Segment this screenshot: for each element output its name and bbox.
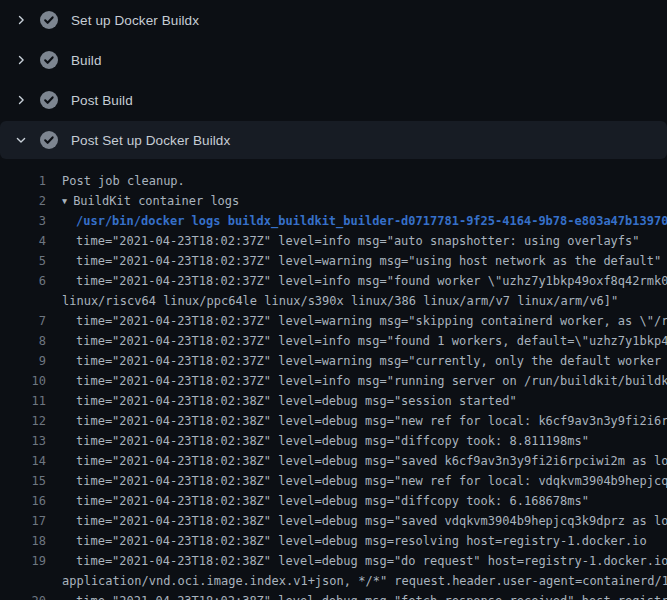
step-section-build[interactable]: Build <box>0 40 667 80</box>
step-section-set-up-docker-buildx[interactable]: Set up Docker Buildx <box>0 0 667 40</box>
log-line: 2▼BuildKit container logs <box>0 191 667 211</box>
check-circle-icon <box>40 91 58 109</box>
line-number[interactable]: 3 <box>0 211 46 231</box>
log-line: 10time="2021-04-23T18:02:37Z" level=info… <box>0 371 667 391</box>
log-line: 1Post job cleanup. <box>0 171 667 191</box>
line-number[interactable]: 16 <box>0 491 46 511</box>
log-line: 20time="2021-04-23T18:02:38Z" level=debu… <box>0 591 667 600</box>
log-line: 14time="2021-04-23T18:02:38Z" level=debu… <box>0 451 667 471</box>
line-number[interactable]: 9 <box>0 351 46 371</box>
line-number[interactable]: 4 <box>0 231 46 251</box>
log-line: 4time="2021-04-23T18:02:37Z" level=info … <box>0 231 667 251</box>
actions-log-panel: Set up Docker BuildxBuildPost BuildPost … <box>0 0 667 600</box>
chevron-right-icon <box>12 52 30 68</box>
check-circle-icon <box>40 131 58 149</box>
log-line: 5time="2021-04-23T18:02:37Z" level=warni… <box>0 251 667 271</box>
log-text: time="2021-04-23T18:02:37Z" level=warnin… <box>76 351 667 371</box>
log-text: time="2021-04-23T18:02:37Z" level=warnin… <box>76 311 667 331</box>
step-section-post-set-up-docker-buildx[interactable]: Post Set up Docker Buildx <box>0 121 667 159</box>
step-label: Set up Docker Buildx <box>71 13 199 28</box>
line-number[interactable]: 13 <box>0 431 46 451</box>
check-circle-icon <box>40 11 58 29</box>
log-group-toggle[interactable]: ▼BuildKit container logs <box>62 191 239 211</box>
log-line: 19time="2021-04-23T18:02:38Z" level=debu… <box>0 551 667 571</box>
line-number[interactable]: 19 <box>0 551 46 571</box>
log-line: 12time="2021-04-23T18:02:38Z" level=debu… <box>0 411 667 431</box>
log-viewer: 1Post job cleanup.2▼BuildKit container l… <box>0 160 667 600</box>
line-number[interactable]: 15 <box>0 471 46 491</box>
log-line: 17time="2021-04-23T18:02:38Z" level=debu… <box>0 511 667 531</box>
line-number[interactable]: 12 <box>0 411 46 431</box>
chevron-right-icon <box>12 92 30 108</box>
log-text: time="2021-04-23T18:02:38Z" level=debug … <box>76 511 667 531</box>
line-number[interactable]: 2 <box>0 191 46 211</box>
log-text: time="2021-04-23T18:02:38Z" level=debug … <box>76 551 667 571</box>
log-line: 11time="2021-04-23T18:02:38Z" level=debu… <box>0 391 667 411</box>
steps-list: Set up Docker BuildxBuildPost BuildPost … <box>0 0 667 159</box>
line-number[interactable]: 7 <box>0 311 46 331</box>
log-text: time="2021-04-23T18:02:38Z" level=debug … <box>76 451 667 471</box>
log-text: time="2021-04-23T18:02:38Z" level=debug … <box>76 431 589 451</box>
log-group-label: BuildKit container logs <box>73 194 239 208</box>
log-text: application/vnd.oci.image.index.v1+json,… <box>62 571 667 591</box>
group-collapse-triangle-icon: ▼ <box>62 191 67 211</box>
line-number[interactable]: 1 <box>0 171 46 191</box>
line-number[interactable]: 11 <box>0 391 46 411</box>
log-line: 7time="2021-04-23T18:02:37Z" level=warni… <box>0 311 667 331</box>
log-text: Post job cleanup. <box>62 171 185 191</box>
log-text: time="2021-04-23T18:02:37Z" level=info m… <box>76 271 667 291</box>
line-number[interactable]: 10 <box>0 371 46 391</box>
line-number[interactable]: 6 <box>0 271 46 291</box>
log-text: time="2021-04-23T18:02:37Z" level=info m… <box>76 331 667 351</box>
log-text: time="2021-04-23T18:02:38Z" level=debug … <box>76 591 667 600</box>
log-line: 18time="2021-04-23T18:02:38Z" level=debu… <box>0 531 667 551</box>
log-line-continuation: application/vnd.oci.image.index.v1+json,… <box>0 571 667 591</box>
line-number <box>0 571 46 591</box>
log-text: time="2021-04-23T18:02:37Z" level=info m… <box>76 231 640 251</box>
log-text: time="2021-04-23T18:02:38Z" level=debug … <box>76 491 589 511</box>
line-number[interactable]: 17 <box>0 511 46 531</box>
log-line: 9time="2021-04-23T18:02:37Z" level=warni… <box>0 351 667 371</box>
log-line: 8time="2021-04-23T18:02:37Z" level=info … <box>0 331 667 351</box>
step-label: Build <box>71 53 102 68</box>
line-number[interactable]: 18 <box>0 531 46 551</box>
log-text: linux/riscv64 linux/ppc64le linux/s390x … <box>62 291 618 311</box>
step-label: Post Set up Docker Buildx <box>71 133 230 148</box>
line-number[interactable]: 8 <box>0 331 46 351</box>
chevron-right-icon <box>12 12 30 28</box>
log-text: time="2021-04-23T18:02:38Z" level=debug … <box>76 471 667 491</box>
line-number <box>0 291 46 311</box>
log-line: 15time="2021-04-23T18:02:38Z" level=debu… <box>0 471 667 491</box>
log-text: time="2021-04-23T18:02:38Z" level=debug … <box>76 531 647 551</box>
log-line: 6time="2021-04-23T18:02:37Z" level=info … <box>0 271 667 291</box>
step-section-post-build[interactable]: Post Build <box>0 80 667 120</box>
log-line-continuation: linux/riscv64 linux/ppc64le linux/s390x … <box>0 291 667 311</box>
line-number[interactable]: 14 <box>0 451 46 471</box>
log-text: time="2021-04-23T18:02:38Z" level=debug … <box>76 411 667 431</box>
log-line: 16time="2021-04-23T18:02:38Z" level=debu… <box>0 491 667 511</box>
chevron-down-icon <box>12 132 30 148</box>
line-number[interactable]: 20 <box>0 591 46 600</box>
log-line: 13time="2021-04-23T18:02:38Z" level=debu… <box>0 431 667 451</box>
log-command-text: /usr/bin/docker logs buildx_buildkit_bui… <box>76 211 667 231</box>
step-label: Post Build <box>71 93 133 108</box>
line-number[interactable]: 5 <box>0 251 46 271</box>
log-text: time="2021-04-23T18:02:38Z" level=debug … <box>76 391 517 411</box>
check-circle-icon <box>40 51 58 69</box>
log-text: time="2021-04-23T18:02:37Z" level=warnin… <box>76 251 661 271</box>
log-line: 3/usr/bin/docker logs buildx_buildkit_bu… <box>0 211 667 231</box>
log-text: time="2021-04-23T18:02:37Z" level=info m… <box>76 371 667 391</box>
